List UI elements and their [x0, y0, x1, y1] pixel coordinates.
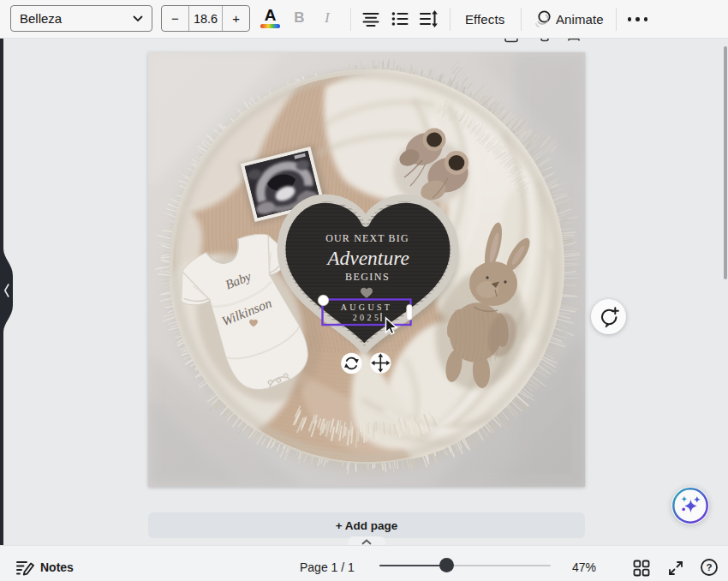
svg-text:?: ? — [706, 562, 712, 572]
